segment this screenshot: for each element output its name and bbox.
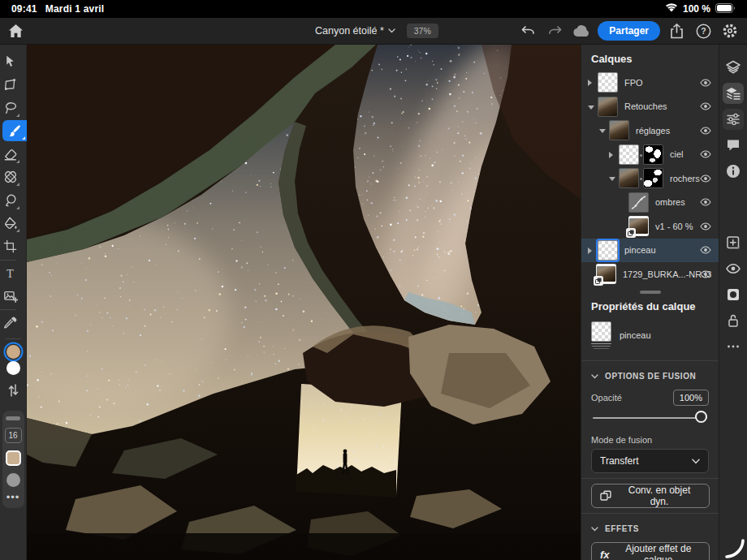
help-button[interactable]: ? (693, 20, 714, 41)
blend-mode-dropdown[interactable]: Transfert (591, 449, 709, 473)
healing-tool[interactable] (0, 166, 21, 187)
brush-hardness-chip[interactable] (6, 473, 20, 487)
export-icon[interactable] (666, 20, 687, 41)
zoom-level-badge[interactable]: 37% (407, 24, 438, 38)
layer-properties-icon[interactable] (723, 83, 744, 104)
adjustments-icon[interactable] (723, 109, 744, 130)
layer-thumbnail[interactable] (619, 168, 639, 188)
svg-text:T: T (6, 267, 14, 280)
layer-visibility-toggle[interactable] (700, 198, 711, 206)
layer-row-r-glages[interactable]: réglages (581, 118, 719, 143)
eraser-tool[interactable] (0, 144, 21, 165)
settings-gear-icon[interactable] (719, 20, 741, 41)
layer-visibility-toggle[interactable] (700, 222, 711, 230)
layers-panel-title: Calques (581, 45, 719, 71)
place-image-tool[interactable] (0, 286, 21, 307)
layer-visibility-toggle[interactable] (700, 150, 711, 158)
visibility-eye-icon (700, 127, 711, 135)
home-button[interactable] (5, 20, 26, 41)
foreground-color-chip[interactable] (6, 345, 20, 359)
layer-name: v1 - 60 % (655, 222, 693, 231)
convert-smart-object-button[interactable]: Conv. en objet dyn. (591, 484, 710, 508)
transform-tool[interactable] (0, 74, 21, 95)
mask-link-dot (640, 154, 642, 157)
layers-list-resize-handle[interactable] (640, 291, 661, 294)
undo-button[interactable] (517, 20, 538, 41)
ipad-status-bar: 09:41 Mardi 1 avril 100 % (0, 0, 747, 18)
layer-expander[interactable] (588, 80, 592, 86)
layer-thumbnail[interactable] (628, 216, 649, 236)
layer-properties-title: Propriétés du calque (581, 297, 719, 318)
visibility-icon[interactable] (723, 258, 744, 279)
cloud-sync-icon[interactable] (571, 20, 592, 41)
layer-expander[interactable] (588, 248, 592, 254)
status-time: 09:41 (11, 3, 37, 15)
layer-mask-thumbnail[interactable] (643, 168, 663, 188)
layer-visibility-toggle[interactable] (700, 174, 711, 183)
layer-thumbnail[interactable] (598, 240, 618, 261)
layer-expander[interactable] (609, 152, 613, 158)
swap-colors-button[interactable] (2, 380, 24, 401)
fill-tool[interactable] (0, 213, 21, 234)
layer-visibility-toggle[interactable] (700, 79, 711, 87)
more-brush-options-button[interactable]: ••• (6, 494, 20, 501)
comments-icon[interactable] (723, 135, 744, 156)
more-icon[interactable] (723, 336, 744, 357)
opacity-value-field[interactable]: 100% (673, 390, 709, 406)
chevron-down-icon (591, 527, 598, 532)
brush-tool[interactable] (2, 120, 27, 141)
canvas-artwork[interactable] (27, 45, 581, 560)
opacity-slider-knob[interactable] (695, 411, 707, 423)
layer-thumbnail[interactable] (628, 192, 649, 213)
eyedropper-tool[interactable] (0, 312, 21, 334)
layer-row-1729-burka-nr33[interactable]: 1729_BURKA...-NR33 (581, 262, 719, 286)
type-tool[interactable]: T (0, 263, 21, 284)
layer-visibility-toggle[interactable] (700, 270, 711, 278)
effects-section-toggle[interactable]: EFFETS (581, 519, 719, 539)
layer-row-pinceau[interactable]: pinceau (581, 239, 719, 263)
crop-tool[interactable] (0, 236, 21, 257)
document-title-menu[interactable]: Canyon étoilé * (315, 25, 395, 37)
layer-thumbnail[interactable] (609, 120, 629, 140)
layer-visibility-toggle[interactable] (700, 102, 711, 110)
layer-visibility-toggle[interactable] (700, 246, 711, 254)
redo-button[interactable] (544, 20, 565, 41)
brush-size-field[interactable]: 16 (5, 428, 22, 443)
photoshop-ipad-app: 09:41 Mardi 1 avril 100 % Canyon étoilé … (0, 0, 747, 560)
layer-thumbnail[interactable] (596, 264, 616, 284)
document-title: Canyon étoilé * (315, 25, 384, 37)
blend-options-section-toggle[interactable]: OPTIONS DE FUSION (581, 366, 719, 386)
layers-panel: Calques FPORetouchesréglagescielrocherso… (581, 45, 719, 560)
panel-drag-handle[interactable] (6, 416, 20, 420)
layer-row-ciel[interactable]: ciel (581, 143, 719, 167)
share-button[interactable]: Partager (598, 21, 660, 41)
brush-color-swatch[interactable] (6, 450, 21, 466)
opacity-slider[interactable] (593, 409, 707, 427)
layer-expander[interactable] (609, 177, 615, 181)
layer-visibility-toggle[interactable] (700, 127, 711, 135)
layer-row-retouches[interactable]: Retouches (581, 95, 719, 119)
clone-stamp-tool[interactable] (0, 190, 21, 211)
add-layer-effect-button[interactable]: fx Ajouter effet de calque (591, 542, 710, 560)
visibility-eye-icon (700, 102, 711, 110)
visibility-eye-icon (700, 222, 711, 230)
layer-thumbnail[interactable] (619, 144, 639, 165)
layer-thumbnail[interactable] (598, 72, 618, 93)
layer-mask-thumbnail[interactable] (643, 144, 663, 165)
layer-row-fpo[interactable]: FPO (581, 71, 719, 95)
layers-icon[interactable] (723, 57, 744, 78)
background-color-chip[interactable] (6, 361, 20, 375)
smart-object-badge (594, 276, 603, 286)
lasso-tool[interactable] (0, 97, 21, 118)
mask-icon[interactable] (723, 284, 744, 305)
move-tool[interactable] (0, 51, 21, 72)
info-icon[interactable] (723, 161, 744, 182)
layer-expander[interactable] (599, 129, 606, 133)
layer-thumbnail[interactable] (598, 97, 618, 117)
lock-icon[interactable] (723, 310, 744, 331)
layer-row-ombres[interactable]: ombres (581, 191, 719, 215)
layer-expander[interactable] (588, 106, 594, 110)
add-layer-icon[interactable] (723, 232, 744, 253)
layer-row-rochers[interactable]: rochers (581, 166, 719, 191)
layer-row-v1-60-[interactable]: v1 - 60 % (581, 214, 719, 239)
